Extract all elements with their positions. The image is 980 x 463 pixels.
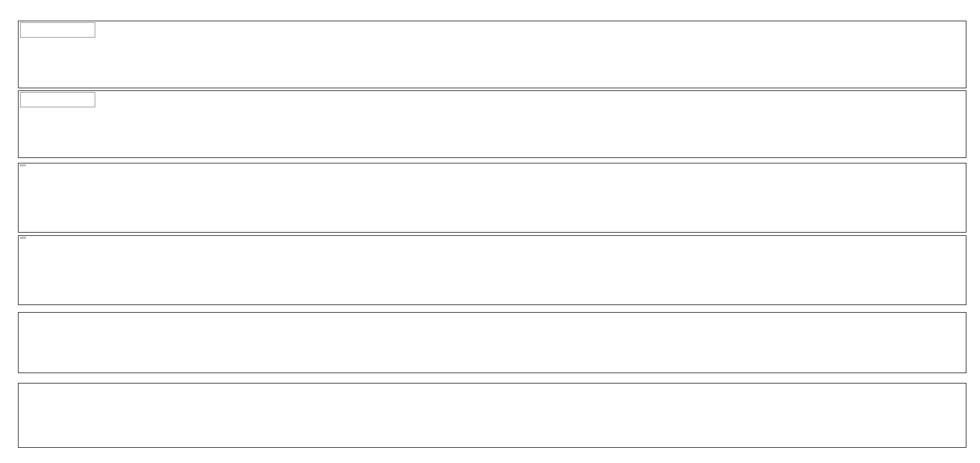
panel-std-absi-heatmap (18, 235, 966, 305)
panel-u-velocity-heatmap (18, 21, 966, 88)
panel-depth-variation (18, 312, 966, 373)
u-colorbar-tick-labels (24, 29, 91, 36)
panel-temperature (18, 383, 966, 448)
mean-absi-label (20, 165, 26, 166)
v-colorbar-tick-labels (24, 99, 91, 106)
panel-mean-absi-heatmap (18, 163, 966, 233)
temperature-canvas (19, 383, 182, 463)
panel-v-velocity-heatmap (18, 90, 966, 158)
std-absi-label (20, 237, 26, 239)
u-colorbar (24, 24, 91, 29)
std-absi-heatmap-canvas (19, 236, 182, 318)
v-velocity-legend (20, 92, 95, 107)
v-colorbar (24, 94, 91, 99)
depth-variation-canvas (19, 313, 182, 394)
adcp-velocity-figure (0, 0, 980, 463)
mean-absi-heatmap-canvas (19, 163, 182, 245)
u-velocity-legend (20, 22, 95, 38)
